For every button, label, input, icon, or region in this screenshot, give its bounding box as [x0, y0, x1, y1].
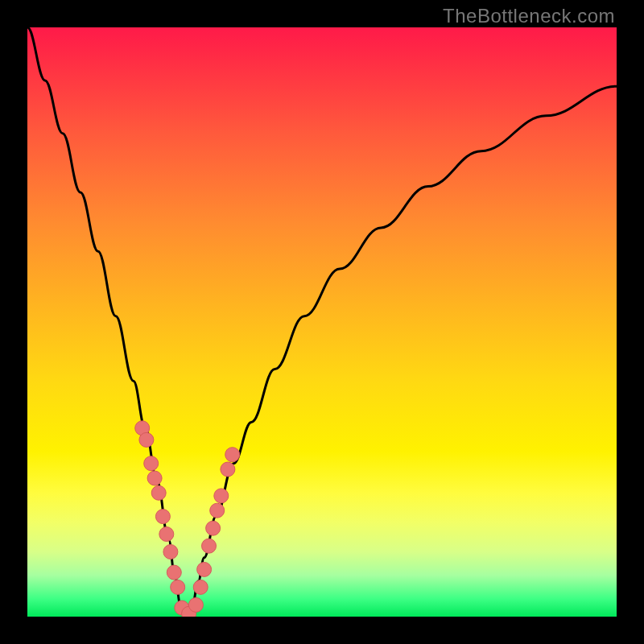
highlight-dot	[159, 527, 174, 542]
highlight-dot	[210, 503, 225, 518]
bottleneck-curve-svg	[27, 27, 617, 617]
highlight-dot	[214, 489, 229, 503]
highlight-dot	[139, 432, 154, 447]
highlight-dot	[147, 471, 162, 485]
highlight-dot	[171, 580, 185, 594]
highlight-dot	[197, 562, 212, 576]
highlight-dot	[163, 545, 178, 559]
highlight-dot	[221, 462, 235, 477]
plot-area	[27, 27, 617, 617]
highlight-dot	[225, 448, 240, 462]
chart-frame: TheBottleneck.com	[0, 0, 644, 644]
highlight-dot	[206, 521, 221, 535]
highlight-dot	[167, 565, 181, 580]
highlight-dot	[155, 510, 170, 524]
highlight-dot	[151, 485, 166, 500]
bottleneck-curve	[27, 27, 617, 617]
highlight-dot	[188, 597, 203, 612]
highlight-dot	[202, 539, 217, 553]
highlight-dot	[144, 456, 159, 471]
watermark-text: TheBottleneck.com	[443, 5, 615, 27]
highlight-dot	[193, 580, 208, 594]
